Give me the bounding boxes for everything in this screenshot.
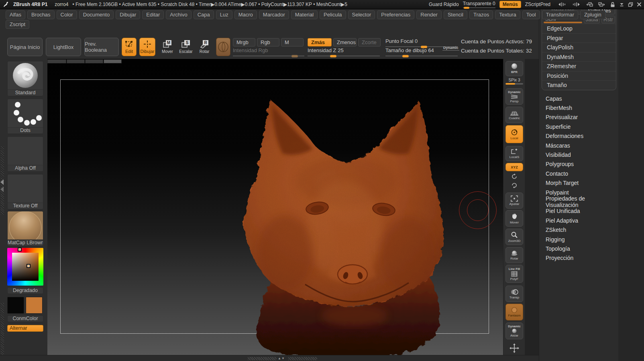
bottom-scrollbar-left[interactable] xyxy=(248,357,277,360)
spix-slider[interactable]: SPix 3 xyxy=(505,78,523,85)
saturation-marker[interactable] xyxy=(26,264,31,268)
rgb-intensity-slider[interactable]: Intensidad Rgb xyxy=(233,47,304,56)
canvas-scroll-arrows-icon[interactable]: ▲▼ xyxy=(278,357,285,360)
tool-section-item[interactable]: Contacto xyxy=(539,169,619,178)
menu-item[interactable]: Pelicula xyxy=(320,10,346,19)
menu-item[interactable]: Stencil xyxy=(444,10,467,19)
zscript-pred-button[interactable]: ZScriptPred xyxy=(525,2,550,7)
spix-knob[interactable] xyxy=(505,83,515,85)
menu-item[interactable]: Zplugin xyxy=(580,10,605,19)
minimize-icon[interactable] xyxy=(619,2,624,7)
menu-item[interactable]: Preferencias xyxy=(377,10,414,19)
tool-section-item[interactable]: Superficie xyxy=(539,122,619,131)
menu-item[interactable]: Documento xyxy=(79,10,114,19)
menu-item[interactable]: Trazos xyxy=(469,10,493,19)
bpr-button[interactable]: BPR xyxy=(505,61,523,76)
polyframe-button[interactable]: Line Fill PolyF xyxy=(505,265,523,283)
stroke-selector[interactable]: Dots xyxy=(7,99,43,134)
tool-section-item[interactable]: Polygroups xyxy=(539,160,619,169)
ghost-button[interactable]: Fantasm xyxy=(505,304,523,320)
rotate-y-icon[interactable] xyxy=(505,172,523,180)
zsub-button[interactable]: Zmenos xyxy=(333,38,357,47)
edit-button[interactable]: Edit xyxy=(122,38,137,56)
tool-section-item[interactable]: Visibilidad xyxy=(539,150,619,159)
draw-size-knob[interactable] xyxy=(402,55,409,57)
m-button[interactable]: M xyxy=(281,38,304,47)
z-intensity-knob[interactable] xyxy=(330,55,336,57)
rotate-z-icon[interactable] xyxy=(505,181,523,189)
menu-item[interactable]: Selector xyxy=(348,10,375,19)
xyz-symmetry-button[interactable]: XYZ xyxy=(505,163,523,171)
transparent-knob[interactable] xyxy=(464,7,469,9)
dynamic-draw-size-toggle[interactable]: Dynamic xyxy=(442,46,459,51)
home-page-button[interactable]: Página Inicio xyxy=(7,38,43,56)
tool-section-item[interactable]: Topología xyxy=(539,244,619,253)
subpalette-item[interactable]: Posición xyxy=(542,71,616,81)
subpalette-item[interactable]: Plegar xyxy=(542,33,616,43)
menu-item[interactable]: Marcador xyxy=(259,10,289,19)
menu-item[interactable]: Archivo xyxy=(166,10,191,19)
left-divider-collapse-icon[interactable] xyxy=(0,179,4,185)
perspective-button[interactable]: Dynamic Persp xyxy=(505,88,523,105)
subpalette-item[interactable]: DynaMesh xyxy=(542,52,616,62)
menu-item[interactable]: Capa xyxy=(194,10,214,19)
switch-color-button[interactable]: ConmColor xyxy=(7,315,43,322)
lock-icon[interactable] xyxy=(610,2,615,8)
gradient-button[interactable]: Degradado xyxy=(7,287,43,294)
tool-section-item[interactable]: Máscaras xyxy=(539,141,619,150)
menu-item[interactable]: Luz xyxy=(216,10,232,19)
menu-item[interactable]: Alfas xyxy=(6,10,25,19)
zadd-button[interactable]: Zmás xyxy=(308,38,332,47)
tool-section-item[interactable]: Capas xyxy=(539,94,619,103)
sdiv-slider-bar[interactable] xyxy=(544,22,582,23)
move-canvas-button[interactable]: Mover xyxy=(505,210,523,227)
left-divider-expand-icon[interactable] xyxy=(0,187,4,192)
menu-item[interactable]: Textura xyxy=(495,10,520,19)
tool-section-item[interactable]: Proyección xyxy=(539,254,619,263)
tool-section-item[interactable]: FiberMesh xyxy=(539,103,619,112)
pan-gizmo-icon[interactable] xyxy=(505,341,523,355)
tool-section-item[interactable]: Morph Target xyxy=(539,178,619,188)
texture-selector[interactable]: Texture Off xyxy=(7,174,43,209)
scale-tool-button[interactable]: S Escalar xyxy=(178,39,194,55)
menu-item[interactable]: Dibujar xyxy=(116,10,140,19)
floor-grid-button[interactable]: Cuadric xyxy=(505,107,523,123)
rgb-button[interactable]: Rgb xyxy=(257,38,279,47)
material-selector[interactable]: MatCap LBrownC xyxy=(7,211,43,246)
transparent-slider[interactable]: Transparente 0 xyxy=(463,1,495,8)
tool-section-item[interactable]: Propiedades de Visualización xyxy=(539,197,619,206)
menu-item[interactable]: Zscript xyxy=(6,20,29,29)
menu-item[interactable]: Transformar xyxy=(542,10,578,19)
mrgb-button[interactable]: Mrgb xyxy=(233,38,255,47)
color-picker[interactable] xyxy=(7,248,43,286)
lightbox-button[interactable]: LightBox xyxy=(46,38,81,56)
move-tool-button[interactable]: M Mover xyxy=(159,39,175,55)
divider-left-icon[interactable] xyxy=(557,2,567,7)
main-color-swatch[interactable] xyxy=(7,297,24,314)
move-panel-right-icon[interactable] xyxy=(597,2,606,7)
subpalette-item[interactable]: EdgeLoop xyxy=(542,24,616,33)
rgb-intensity-knob[interactable] xyxy=(291,55,298,57)
brush-selector[interactable]: Standard xyxy=(7,61,43,96)
rotate-tool-button[interactable]: R Rotar xyxy=(196,39,212,55)
move-panel-left-icon[interactable] xyxy=(585,2,594,7)
transparency-button[interactable]: Transp xyxy=(505,286,523,302)
close-icon[interactable] xyxy=(637,2,642,7)
menu-item[interactable]: Brochas xyxy=(27,10,55,19)
alternate-button[interactable]: Alternar xyxy=(7,325,43,332)
current-material-swatch[interactable] xyxy=(216,38,230,56)
left-divider-hatch-lower[interactable] xyxy=(1,303,4,358)
draw-button[interactable]: Dibujar xyxy=(139,38,155,56)
secondary-color-swatch[interactable] xyxy=(26,297,43,314)
subpalette-item[interactable]: Tamaño xyxy=(542,80,616,90)
alpha-selector[interactable]: Alpha Off xyxy=(7,136,43,172)
local-symmetry-button[interactable]: LocalS xyxy=(505,146,523,161)
boolean-preview-button[interactable]: Prev. Booleana xyxy=(84,38,119,56)
tool-section-item[interactable]: Piel Adaptiva xyxy=(539,216,619,225)
menu-item[interactable]: Macro xyxy=(234,10,257,19)
tool-section-item[interactable]: Rigging xyxy=(539,235,619,244)
tool-section-item[interactable]: ZSketch xyxy=(539,225,619,234)
rotate-canvas-button[interactable]: Rotar xyxy=(505,247,523,263)
zoom3d-button[interactable]: Zoom3D xyxy=(505,229,523,245)
zcut-button[interactable]: Zcorte xyxy=(358,38,381,47)
